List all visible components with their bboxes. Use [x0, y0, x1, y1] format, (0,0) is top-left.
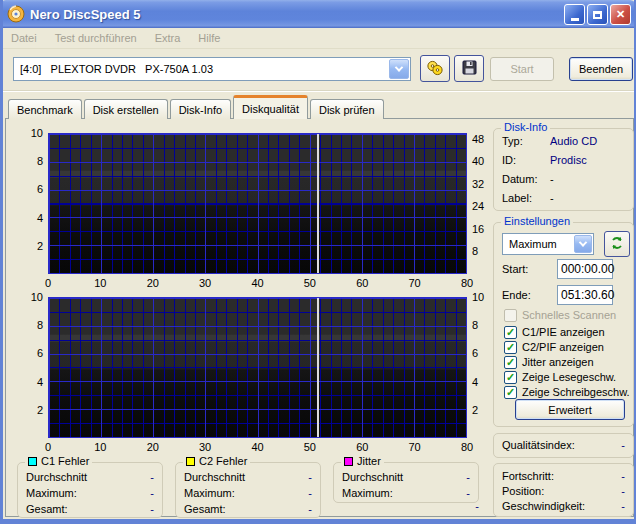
speed-value: -: [621, 500, 625, 512]
c2-max-value: -: [308, 487, 312, 499]
c1-total-value: -: [150, 503, 154, 515]
scan-end-cursor: [317, 134, 319, 273]
floppy-disk-icon: [462, 60, 477, 77]
c2-total-label: Gesamt:: [184, 503, 226, 515]
c2-avg-label: Durchschnitt: [184, 471, 245, 483]
progress-value: -: [621, 470, 625, 482]
menu-extra[interactable]: Extra: [155, 32, 181, 44]
close-button[interactable]: ✕: [610, 4, 631, 25]
compare-discs-button[interactable]: [420, 55, 450, 82]
quality-index-value: -: [621, 439, 625, 451]
menu-datei[interactable]: Datei: [11, 32, 37, 44]
c1-legend-box: C1 Fehler Durchschnitt- Maximum:- Gesamt…: [17, 462, 163, 518]
chevron-down-icon[interactable]: [389, 59, 409, 79]
checkbox-lesegeschw[interactable]: ✓ Zeige Lesegeschw.: [504, 370, 616, 384]
jitter-chart: 10864210864201020304050607080: [17, 291, 487, 453]
y-axis-left-tick: 2: [17, 404, 43, 416]
disk-info-group: Disk-Info Typ: Audio CD ID: Prodisc Datu…: [493, 128, 634, 211]
window-title: Nero DiscSpeed 5: [30, 7, 141, 22]
minimize-button[interactable]: [564, 4, 585, 25]
advanced-button[interactable]: Erweitert: [515, 399, 625, 420]
speed-label: Geschwindigkeit:: [502, 500, 585, 512]
quality-index-label: Qualitätsindex:: [502, 439, 575, 451]
c1-avg-value: -: [150, 471, 154, 483]
drive-select-value: [4:0] PLEXTOR DVDR PX-750A 1.03: [14, 63, 213, 75]
c2-swatch-icon: [186, 457, 195, 466]
c1-max-label: Maximum:: [26, 487, 77, 499]
quit-button[interactable]: Beenden: [569, 57, 633, 81]
jitter-max-value: -: [466, 487, 470, 499]
disk-label-label: Label:: [502, 192, 532, 204]
checkmark-icon: ✓: [504, 356, 517, 369]
disk-date-value: -: [550, 173, 554, 185]
jitter-max-label: Maximum:: [342, 487, 393, 499]
tab-benchmark[interactable]: Benchmark: [8, 99, 82, 119]
x-axis-tick: 30: [199, 441, 211, 453]
x-axis-tick: 70: [409, 277, 421, 289]
menu-test-durchfuehren[interactable]: Test durchführen: [55, 32, 137, 44]
checkbox-schreibgeschw[interactable]: ✓ Zeige Schreibgeschw.: [504, 385, 630, 399]
checkbox-jitter[interactable]: ✓ Jitter anzeigen: [504, 355, 594, 369]
x-axis-tick: 60: [356, 441, 368, 453]
refresh-button[interactable]: [604, 231, 630, 257]
tab-diskqualitaet[interactable]: Diskqualität: [233, 95, 308, 119]
settings-group: Einstellungen Maximum Start: 000:00.00 E…: [493, 222, 634, 427]
position-value: -: [621, 485, 625, 497]
tab-disk-erstellen[interactable]: Disk erstellen: [84, 99, 168, 119]
settings-title: Einstellungen: [501, 215, 573, 227]
disk-info-title: Disk-Info: [501, 121, 550, 133]
stray-value: -: [453, 500, 479, 512]
checkbox-c2-pif[interactable]: ✓ C2/PIF anzeigen: [504, 340, 604, 354]
jitter-avg-label: Durchschnitt: [342, 471, 403, 483]
disk-type-value: Audio CD: [550, 135, 597, 147]
disk-label-value: -: [550, 192, 554, 204]
x-axis-tick: 0: [45, 277, 51, 289]
speed-select-value: Maximum: [503, 238, 557, 250]
checkmark-icon: ✓: [504, 326, 517, 339]
start-time-label: Start:: [502, 263, 528, 275]
c1-total-label: Gesamt:: [26, 503, 68, 515]
tab-disk-info[interactable]: Disk-Info: [170, 99, 231, 119]
drive-select[interactable]: [4:0] PLEXTOR DVDR PX-750A 1.03: [13, 57, 411, 81]
chevron-down-icon[interactable]: [574, 235, 592, 253]
x-axis-tick: 50: [304, 277, 316, 289]
discs-icon: [426, 60, 444, 78]
disk-type-label: Typ:: [502, 135, 523, 147]
disk-id-label: ID:: [502, 154, 516, 166]
c2-avg-value: -: [308, 471, 312, 483]
end-time-field[interactable]: 051:30.60: [557, 285, 613, 305]
x-axis-tick: 50: [304, 441, 316, 453]
start-time-field[interactable]: 000:00.00: [557, 259, 613, 279]
c2-legend-box: C2 Fehler Durchschnitt- Maximum:- Gesamt…: [175, 462, 321, 518]
jitter-avg-value: -: [466, 471, 470, 483]
refresh-icon: [610, 236, 624, 252]
y-axis-left-tick: 8: [17, 319, 43, 331]
error-rate-chart: 1086424840322416801020304050607080: [17, 127, 487, 289]
error-rate-plot-area: [48, 133, 467, 274]
quality-index-box: Qualitätsindex: -: [493, 433, 634, 458]
app-icon: [7, 5, 25, 23]
x-axis-tick: 80: [461, 277, 473, 289]
end-time-label: Ende:: [502, 289, 531, 301]
maximize-button[interactable]: [587, 4, 608, 25]
x-axis-tick: 20: [147, 441, 159, 453]
speed-select[interactable]: Maximum: [502, 233, 594, 255]
tab-strip: Benchmark Disk erstellen Disk-Info Diskq…: [8, 95, 386, 119]
menu-hilfe[interactable]: Hilfe: [198, 32, 220, 44]
y-axis-left-tick: 4: [17, 376, 43, 388]
toolbar: [4:0] PLEXTOR DVDR PX-750A 1.03: [3, 50, 634, 90]
checkmark-icon: ✓: [504, 371, 517, 384]
y-axis-left-tick: 10: [17, 291, 43, 303]
c2-max-label: Maximum:: [184, 487, 235, 499]
checkbox-c1-pie[interactable]: ✓ C1/PIE anzeigen: [504, 325, 605, 339]
save-button[interactable]: [454, 55, 484, 82]
x-axis-tick: 40: [251, 441, 263, 453]
y-axis-left-tick: 6: [17, 183, 43, 195]
progress-box: Fortschritt: - Position: - Geschwindigke…: [493, 463, 634, 517]
jitter-swatch-icon: [344, 457, 353, 466]
checkbox-icon: [504, 309, 517, 322]
x-axis-tick: 10: [94, 441, 106, 453]
start-button: Start: [490, 57, 554, 81]
checkmark-icon: ✓: [504, 341, 517, 354]
tab-disk-pruefen[interactable]: Disk prüfen: [310, 99, 384, 119]
